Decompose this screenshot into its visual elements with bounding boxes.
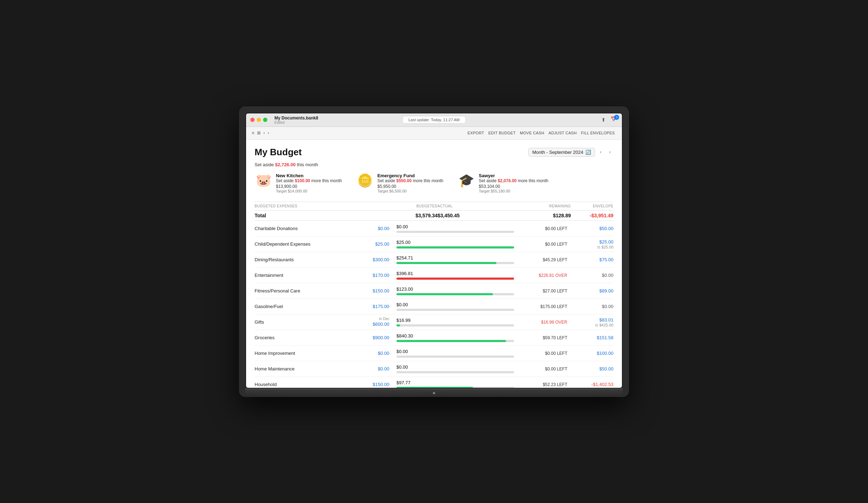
upload-icon[interactable]: ⬆ [600, 116, 607, 123]
progress-bar-container [396, 356, 514, 358]
edit-budget-button[interactable]: EDIT BUDGET [487, 130, 517, 136]
table-row[interactable]: Fitness/Personal Care $150.00 $123.00 $2… [255, 283, 613, 299]
fill-envelopes-button[interactable]: FILL ENVELOPES [580, 130, 617, 136]
actual-col: $840.30 [396, 333, 514, 342]
remaining-col: $0.00 LEFT [514, 365, 571, 372]
titlebar: My Documents.bank8 Edited Last update: T… [246, 113, 622, 127]
envelope-sub: ⊙ $25.00 [571, 245, 613, 250]
webcam-dot [433, 392, 435, 394]
goal-name: New Kitchen [276, 173, 342, 178]
subtitle-prefix: Set aside [255, 162, 275, 167]
table-row[interactable]: Charitable Donations $0.00 $0.00 $0.00 L… [255, 221, 613, 236]
table-row[interactable]: Home Improvement $0.00 $0.00 $0.00 LEFT … [255, 346, 613, 361]
budgeted-col: $170.00 [361, 272, 396, 278]
progress-bar-container [396, 309, 514, 311]
expense-name: Fitness/Personal Care [255, 288, 361, 294]
budgeted-col: $0.00 [361, 350, 396, 356]
export-button[interactable]: EXPORT [466, 130, 485, 136]
coins-icon: 🪙 [356, 173, 374, 188]
table-row[interactable]: Home Maintenance $0.00 $0.00 $0.00 LEFT … [255, 361, 613, 377]
expense-name: Household [255, 382, 361, 387]
back-icon[interactable]: ‹ [263, 130, 265, 135]
month-selector: Month - September 2024 🔄 ‹ › [528, 148, 613, 157]
forward-icon[interactable]: › [268, 130, 269, 135]
expense-name: Dining/Restaurants [255, 257, 361, 262]
goal-name: Sawyer [479, 173, 548, 178]
page-title: My Budget [255, 147, 302, 158]
table-row[interactable]: Gifts In Dec $600.00 $16.99 $16.99 OVER … [255, 314, 613, 330]
columns-icon[interactable]: ⊞ [257, 130, 261, 135]
goal-emergency-fund: 🪙 Emergency Fund Set aside $550.00 more … [356, 173, 443, 193]
actual-col: $0.00 [396, 224, 514, 233]
table-row[interactable]: Dining/Restaurants $300.00 $254.71 $45.2… [255, 252, 613, 268]
remaining-col: $0.00 LEFT [514, 241, 571, 247]
progress-bar [396, 246, 514, 248]
remaining-col: $52.23 LEFT [514, 381, 571, 387]
progress-bar [396, 340, 506, 342]
envelope-col: $0.00 [571, 272, 613, 278]
goal-total: $53,104.00 [479, 184, 548, 189]
table-row[interactable]: Child/Dependent Expenses $25.00 $25.00 $… [255, 236, 613, 252]
envelope-col: $25.00 ⊙ $25.00 [571, 239, 613, 250]
actual-col: $123.00 [396, 286, 514, 295]
actual-col: $254.71 [396, 255, 514, 264]
envelope-col: $100.00 [571, 350, 613, 356]
goal-total: $13,900.00 [276, 184, 342, 189]
progress-bar-container [396, 278, 514, 280]
actual-col: $97.77 [396, 380, 514, 388]
goal-new-kitchen: 🐷 New Kitchen Set aside $100.00 more thi… [255, 173, 342, 193]
table-row[interactable]: Gasoline/Fuel $175.00 $0.00 $175.00 LEFT… [255, 299, 613, 314]
budgeted-col: $0.00 [361, 225, 396, 231]
toolbar-left: ≡ ⊞ ‹ › [252, 130, 269, 135]
remaining-col: $175.00 LEFT [514, 303, 571, 309]
remaining-col: $59.70 LEFT [514, 334, 571, 341]
close-button[interactable] [250, 118, 255, 122]
calendar-icon[interactable]: 📅 3 [611, 116, 618, 123]
budgeted-col: In Dec $600.00 [361, 317, 396, 327]
move-cash-button[interactable]: MOVE CASH [518, 130, 546, 136]
progress-bar-container [396, 324, 514, 326]
table-header: BUDGETED EXPENSES BUDGETED ACTUAL REMAIN… [255, 202, 613, 211]
envelope-sub: ⊙ $425.00 [571, 323, 613, 328]
sidebar-toggle-icon[interactable]: ≡ [252, 130, 254, 135]
next-month-button[interactable]: › [606, 149, 613, 156]
progress-bar-container [396, 231, 514, 233]
expense-name: Home Maintenance [255, 366, 361, 371]
goal-total: $5,950.00 [377, 184, 443, 189]
total-budgeted: $3,579.34 [361, 213, 438, 218]
notification-badge: 3 [614, 115, 619, 120]
envelope-col: $151.58 [571, 334, 613, 341]
titlebar-actions: ⬆ 📅 3 [600, 116, 618, 123]
budgeted-col: $0.00 [361, 365, 396, 372]
set-aside-amount: $2,726.00 [275, 162, 296, 167]
goal-set-aside: Set aside $550.00 more this month [377, 178, 443, 183]
file-info: My Documents.bank8 Edited [274, 116, 318, 124]
traffic-lights [250, 118, 267, 122]
progress-bar-container [396, 387, 514, 388]
table-row[interactable]: Household $150.00 $97.77 $52.23 LEFT -$1… [255, 377, 613, 388]
month-label: Month - September 2024 [532, 150, 583, 155]
table-row[interactable]: Entertainment $170.00 $396.81 $226.81 OV… [255, 268, 613, 283]
last-update-label: Last update: Today, 11:27 AM [402, 116, 466, 124]
total-label: Total [255, 213, 361, 218]
subtitle: Set aside $2,726.00 this month [255, 162, 613, 167]
col-header-budgeted: BUDGETED [361, 204, 438, 208]
month-dropdown[interactable]: Month - September 2024 🔄 [528, 148, 595, 157]
progress-bar [396, 324, 400, 326]
envelope-col: $89.00 [571, 287, 613, 294]
filename-label: My Documents.bank8 [274, 116, 318, 121]
prev-month-button[interactable]: ‹ [597, 149, 604, 156]
total-remaining: $128.89 [514, 213, 571, 218]
table-row[interactable]: Groceries $900.00 $840.30 $59.70 LEFT $1… [255, 330, 613, 346]
adjust-cash-button[interactable]: ADJUST CASH [547, 130, 578, 136]
budget-table: BUDGETED EXPENSES BUDGETED ACTUAL REMAIN… [255, 202, 613, 388]
progress-bar-container [396, 246, 514, 248]
budgeted-col: $25.00 [361, 241, 396, 247]
minimize-button[interactable] [257, 118, 261, 122]
maximize-button[interactable] [263, 118, 267, 122]
goals-row: 🐷 New Kitchen Set aside $100.00 more thi… [255, 173, 613, 193]
remaining-col: $226.81 OVER [514, 272, 571, 278]
remaining-col: $0.00 LEFT [514, 225, 571, 231]
actual-col: $0.00 [396, 349, 514, 358]
budgeted-col: $900.00 [361, 334, 396, 341]
